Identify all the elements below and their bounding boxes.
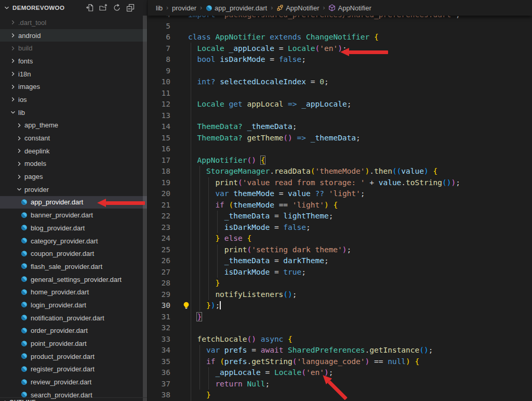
code-line-27[interactable]: 27 isDarkMode = true; [148, 267, 532, 278]
code-token: Locale [288, 44, 315, 53]
tree-item-category-provider-dart[interactable]: category_provider.dart [0, 235, 147, 248]
code-line-17[interactable]: 17 AppNotifier() { [148, 155, 532, 166]
code-token: AppNotifier [215, 33, 265, 41]
code-token: { [288, 335, 292, 343]
breadcrumb: lib›provider›app_provider.dart›AppNotifi… [148, 0, 532, 16]
breadcrumb-item-appnotifier[interactable]: AppNotifier [328, 4, 371, 12]
explorer-section-header[interactable]: DEMOREVOWOO [0, 0, 147, 16]
tree-item--dart-tool[interactable]: .dart_tool [0, 16, 147, 29]
code-line-21[interactable]: 21 if (themeMode == 'light') { [148, 200, 532, 211]
code-token [188, 122, 197, 131]
code-token: ( [315, 44, 320, 53]
tree-item-models[interactable]: models [0, 158, 147, 171]
breadcrumb-item-appnotifier[interactable]: AppNotifier [276, 4, 319, 12]
tree-item-notification-provider-dart[interactable]: notification_provider.dart [0, 312, 147, 325]
tree-item-coupon-provider-dart[interactable]: coupon_provider.dart [0, 247, 147, 260]
code-token: value [401, 167, 424, 175]
code-line-10[interactable]: 10 int? selectedLocaleIndex = 0; [148, 76, 532, 88]
tree-item-build[interactable]: build [0, 42, 147, 55]
code-line-25[interactable]: 25 print('setting dark theme'); [148, 244, 532, 256]
code-line-15[interactable]: 15 ThemeData? getTheme() => _themeData; [148, 133, 532, 144]
tree-item-images[interactable]: images [0, 80, 147, 93]
code-token: = [270, 223, 283, 231]
code-line-20[interactable]: 20 var themeMode = value ?? 'light'; [148, 188, 532, 200]
tree-item-app-theme[interactable]: app_theme [0, 119, 147, 132]
tree-item-product-provider-dart[interactable]: product_provider.dart [0, 350, 147, 363]
chevron-right-icon [9, 70, 17, 77]
lightbulb-icon[interactable] [182, 301, 191, 311]
line-number: 29 [148, 289, 170, 301]
code-token: 'value read from storage: ' [243, 178, 365, 187]
tree-item-register-provider-dart[interactable]: register_provider.dart [0, 363, 147, 376]
outline-section-header[interactable]: OUTLINE [0, 397, 147, 401]
code-token: if [215, 201, 224, 209]
sidebar-scrollbar[interactable] [143, 16, 147, 401]
code-line-5[interactable]: 5 [148, 21, 532, 32]
code-line-14[interactable]: 14 ThemeData? _themeData; [148, 121, 532, 133]
tree-item-review-provider-dart[interactable]: review_provider.dart [0, 376, 147, 389]
code-line-18[interactable]: 18 StorageManager.readData('themeMode').… [148, 166, 532, 177]
tree-item-lib[interactable]: lib [0, 106, 147, 119]
tree-item-provider[interactable]: provider [0, 183, 147, 196]
tree-item-deeplink[interactable]: deeplink [0, 145, 147, 158]
code-token [188, 346, 206, 354]
code-line-34[interactable]: 34 var prefs = await SharedPreferences.g… [148, 345, 532, 356]
code-line-33[interactable]: 33 fetchLocale() async { [148, 334, 532, 345]
code-line-22[interactable]: 22 _themeData = lightTheme; [148, 211, 532, 222]
tree-item-blog-provider-dart[interactable]: blog_provider.dart [0, 222, 147, 235]
new-folder-button[interactable] [99, 4, 108, 12]
code-line-26[interactable]: 26 _themeData = darkTheme; [148, 255, 532, 267]
code-token [283, 346, 288, 354]
breadcrumb-item-provider[interactable]: provider [172, 4, 196, 12]
tree-item-constant[interactable]: constant [0, 132, 147, 145]
code-line-19[interactable]: 19 print('value read from storage: ' + v… [148, 177, 532, 189]
editor-pane[interactable]: 4import 'package:shared_preferences/shar… [148, 0, 532, 401]
code-line-30[interactable]: 30 }); [148, 300, 532, 312]
code-line-29[interactable]: 29 notifyListeners(); [148, 289, 532, 301]
tree-item-home-provider-dart[interactable]: home_provider.dart [0, 286, 147, 299]
tree-item-fonts[interactable]: fonts [0, 55, 147, 68]
tree-item-i18n[interactable]: i18n [0, 68, 147, 81]
code-line-11[interactable]: 11 [148, 88, 532, 99]
code-token: = [270, 212, 283, 220]
code-line-8[interactable]: 8 bool isDarkMode = false; [148, 54, 532, 66]
code-token: _themeData [224, 256, 270, 265]
tree-item-point-provider-dart[interactable]: point_provider.dart [0, 337, 147, 350]
code-line-6[interactable]: 6class AppNotifier extends ChangeNotifie… [148, 32, 532, 43]
code-line-12[interactable]: 12 Locale get appLocal => _appLocale; [148, 99, 532, 110]
new-file-button[interactable] [86, 4, 94, 12]
code-line-31[interactable]: 31 } [148, 312, 532, 323]
dart-file-icon [21, 224, 28, 231]
code-line-7[interactable]: 7 Locale _appLocale = Locale('en'); [148, 43, 532, 55]
code-line-9[interactable]: 9 [148, 66, 532, 77]
tree-item-banner-provider-dart[interactable]: banner_provider.dart [0, 209, 147, 222]
code-token: var [215, 189, 229, 198]
tree-item-flash-sale-provider-dart[interactable]: flash_sale_provider.dart [0, 260, 147, 273]
code-line-35[interactable]: 35 if (prefs.getString('language_code') … [148, 356, 532, 368]
code-line-13[interactable]: 13 [148, 110, 532, 122]
code-line-24[interactable]: 24 } else { [148, 233, 532, 244]
tree-item-order-provider-dart[interactable]: order_provider.dart [0, 325, 147, 338]
code-token: notifyListeners [215, 290, 283, 299]
tree-item-ios[interactable]: ios [0, 93, 147, 106]
tree-item-label: pages [24, 173, 43, 180]
code-token: ) [342, 245, 347, 254]
code-token: appLocal [247, 100, 284, 108]
refresh-button[interactable] [113, 4, 121, 12]
tree-item-login-provider-dart[interactable]: login_provider.dart [0, 299, 147, 312]
code-line-16[interactable]: 16 [148, 144, 532, 155]
code-token: { [433, 167, 437, 175]
collapse-all-button[interactable] [126, 4, 135, 12]
tree-item-pages[interactable]: pages [0, 170, 147, 183]
code-line-36[interactable]: 36 _appLocale = Locale('en'); [148, 367, 532, 379]
code-line-28[interactable]: 28 } [148, 278, 532, 289]
breadcrumb-item-lib[interactable]: lib [156, 4, 163, 12]
tree-item-general-settings-provider-dart[interactable]: general_settings_provider.dart [0, 273, 147, 286]
tree-item-android[interactable]: android [0, 29, 147, 42]
code-token: async [261, 335, 284, 343]
code-line-23[interactable]: 23 isDarkMode = false; [148, 222, 532, 234]
code-line-32[interactable]: 32 [148, 322, 532, 334]
breadcrumb-item-app-provider-dart[interactable]: app_provider.dart [206, 4, 267, 12]
tree-item-label: order_provider.dart [31, 327, 88, 334]
code-token [224, 201, 229, 209]
